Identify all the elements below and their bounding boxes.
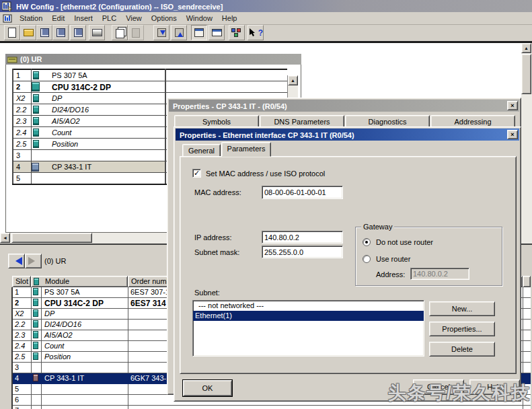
open-folder-icon — [24, 29, 34, 36]
delete-button[interactable]: Delete — [429, 342, 495, 357]
mac-address-input[interactable] — [262, 186, 343, 199]
child-window-icon[interactable] — [3, 13, 13, 24]
rack-titlebar[interactable]: (0) UR — [5, 54, 301, 65]
print-button[interactable] — [89, 25, 105, 40]
dialog-title: Properties - CP 343-1 IT - (R0/54) — [173, 100, 287, 112]
main-titlebar: HW Config - [ethernet2 (Configuration) -… — [0, 0, 532, 12]
copy-icon — [116, 29, 124, 38]
header-extra[interactable] — [523, 276, 531, 287]
use-router-label: Use router — [376, 255, 410, 263]
watermark-text: 头条号/荣久科技 — [387, 381, 531, 405]
properties-button[interactable]: Properties... — [429, 322, 495, 336]
ip-address-label: IP address: — [194, 233, 231, 241]
menu-bar: StationEditInsertPLCViewOptionsWindowHel… — [0, 12, 532, 25]
new-station-button[interactable] — [4, 25, 20, 40]
header-module[interactable]: Module — [31, 276, 128, 287]
menu-window[interactable]: Window — [186, 12, 213, 24]
table-row[interactable]: 7 — [12, 406, 531, 409]
module-icon — [33, 106, 39, 114]
save-as-button[interactable] — [36, 25, 52, 40]
module-icon — [33, 352, 38, 360]
subnet-mask-input[interactable] — [262, 246, 343, 258]
menu-insert[interactable]: Insert — [74, 12, 93, 24]
paste-button — [128, 25, 144, 40]
rack-grid-line — [12, 69, 13, 185]
scroll-left-button[interactable]: ◄ — [0, 233, 10, 243]
rack-reference-label: (0) UR — [44, 257, 66, 265]
do-not-use-router-label: Do not use router — [376, 238, 433, 246]
module-icon — [33, 71, 39, 79]
upload-icon — [175, 28, 184, 37]
tab-parameters-active[interactable]: Parameters — [221, 142, 271, 157]
dialog-titlebar-active[interactable]: Properties - Ethernet interface CP 343-1… — [176, 128, 519, 141]
menu-help[interactable]: Help — [222, 12, 237, 24]
scroll-up-button[interactable]: ▲ — [288, 75, 298, 85]
rack-row[interactable]: 2CPU 314C-2 DP — [13, 81, 287, 93]
copy-button[interactable] — [112, 25, 128, 40]
dialog-titlebar-inactive[interactable]: Properties - CP 343-1 IT - (R0/54) × — [169, 100, 519, 112]
menu-plc[interactable]: PLC — [102, 12, 116, 24]
module-icon — [33, 288, 38, 295]
hwconfig-app-icon — [2, 1, 13, 11]
scrollbar-thumb[interactable] — [11, 233, 92, 243]
dialog-title: Properties - Ethernet interface CP 343-1… — [180, 129, 354, 141]
subnet-mask-label: Subnet mask: — [194, 248, 239, 256]
module-icon — [33, 309, 38, 317]
cpu-module-icon — [32, 82, 40, 91]
open-station-button[interactable] — [20, 25, 36, 40]
new-document-icon — [8, 28, 16, 38]
set-mac-label: Set MAC address / use ISO protocol — [206, 170, 325, 178]
rack-grid-line — [31, 69, 32, 184]
ip-address-input[interactable] — [262, 231, 343, 244]
router-address-label: Address: — [376, 270, 405, 278]
ok-button[interactable]: OK — [183, 380, 232, 396]
catalog-button[interactable] — [191, 25, 207, 40]
subnet-listbox[interactable]: --- not networked --- Ethernet(1) — [192, 300, 424, 357]
table-left-border — [11, 287, 13, 409]
rack-row[interactable]: 1PS 307 5A — [13, 70, 287, 81]
download-icon — [157, 28, 166, 37]
module-icon — [33, 342, 38, 349]
do-not-use-router-radio[interactable] — [363, 238, 371, 246]
context-help-button[interactable]: ? — [248, 25, 264, 40]
set-mac-checkbox[interactable]: ✓ — [192, 169, 201, 178]
mac-address-label: MAC address: — [194, 188, 241, 196]
right-arrow-icon — [28, 257, 39, 265]
catalog-icon — [194, 28, 204, 37]
module-icon — [33, 140, 39, 148]
radio-dot — [365, 241, 368, 244]
checkmark-icon: ✓ — [194, 169, 200, 177]
scroll-up-button[interactable]: ▲ — [521, 43, 531, 53]
configuration-table-button[interactable] — [208, 25, 225, 40]
properties-ethernet-interface-dialog: Properties - Ethernet interface CP 343-1… — [174, 126, 521, 402]
scrollbar-thumb[interactable] — [521, 54, 531, 94]
previous-rack-button[interactable] — [8, 254, 25, 268]
save-as-icon — [40, 28, 49, 37]
help-question-glyph: ? — [258, 28, 263, 38]
vertical-scrollbar[interactable]: ▲ — [521, 43, 532, 244]
next-rack-button[interactable] — [25, 254, 42, 268]
menu-edit[interactable]: Edit — [52, 12, 65, 24]
module-icon — [33, 320, 38, 328]
new-button[interactable]: New... — [429, 301, 495, 316]
list-item-ethernet1-selected[interactable]: Ethernet(1) — [193, 311, 424, 321]
list-item-not-networked[interactable]: --- not networked --- — [193, 301, 424, 311]
save-button[interactable] — [52, 25, 69, 40]
close-icon[interactable]: × — [507, 130, 518, 139]
tab-general[interactable]: General — [182, 144, 221, 157]
download-button[interactable] — [153, 25, 169, 40]
header-slot[interactable]: Slot — [12, 276, 31, 287]
printer-icon — [92, 29, 102, 36]
save-compile-button[interactable] — [70, 25, 86, 40]
module-icon — [33, 331, 38, 338]
gateway-legend: Gateway — [361, 223, 394, 231]
menu-view[interactable]: View — [126, 12, 142, 24]
network-view-button[interactable] — [229, 25, 245, 40]
module-icon — [33, 94, 39, 102]
menu-station[interactable]: Station — [20, 12, 42, 24]
menu-options[interactable]: Options — [151, 12, 177, 24]
close-icon[interactable]: × — [507, 101, 518, 110]
upload-button[interactable] — [171, 25, 187, 40]
use-router-radio[interactable] — [363, 255, 371, 263]
configuration-table-icon — [212, 29, 222, 36]
